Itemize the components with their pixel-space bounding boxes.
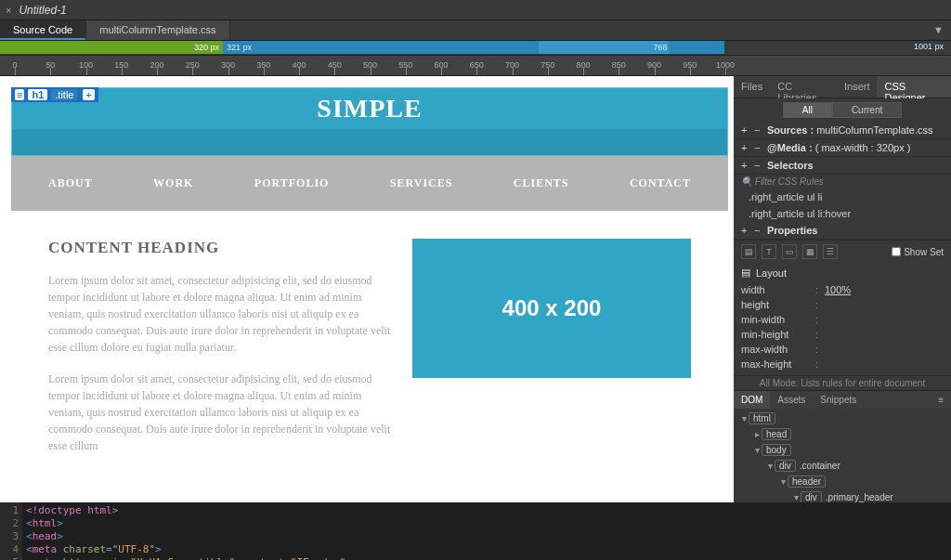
breakpoint-1001: 1001 px — [914, 42, 944, 51]
selector-item[interactable]: .right_article ul li — [734, 189, 951, 205]
breakpoint-320[interactable]: 320 px — [0, 41, 223, 54]
subtab-css-file[interactable]: multiColumnTemplate.css — [86, 20, 229, 40]
border-icon[interactable]: ▭ — [782, 244, 797, 259]
add-selector-icon[interactable]: + — [83, 89, 94, 100]
site-title: SIMPLE — [12, 88, 727, 129]
dom-tag: div — [775, 460, 796, 472]
side-tab[interactable]: Files — [734, 76, 770, 98]
layout-section-header: ▤ Layout — [741, 267, 944, 279]
dom-node[interactable]: ▾body — [734, 442, 951, 458]
tree-toggle-icon[interactable]: ▾ — [778, 476, 788, 487]
tree-toggle-icon[interactable]: ▾ — [739, 413, 749, 423]
dom-node[interactable]: ▾div.container — [734, 458, 951, 474]
dom-menu-icon[interactable]: ≡ — [931, 391, 951, 409]
prop-key: height — [741, 299, 815, 310]
dom-tag: head — [762, 428, 791, 440]
media-label: @Media : ( max-width : 320px ) — [767, 142, 944, 153]
nav-link[interactable]: PORTFOLIO — [254, 176, 330, 190]
nav-link[interactable]: CONTACT — [630, 176, 691, 190]
dom-node[interactable]: ▾div.primary_header — [734, 489, 951, 502]
dom-tag: body — [762, 444, 791, 456]
remove-media-icon[interactable]: − — [754, 142, 767, 153]
add-selector-icon[interactable]: + — [741, 160, 754, 171]
search-icon: 🔍 — [741, 176, 752, 187]
side-tab[interactable]: CC Libraries — [770, 76, 837, 98]
show-set-toggle[interactable]: Show Set — [892, 247, 944, 257]
sel-tag: h1 — [28, 89, 47, 100]
content-heading: CONTENT HEADING — [48, 239, 394, 257]
dom-node[interactable]: ▾html — [734, 410, 951, 426]
breakpoint-321[interactable]: 321 px — [223, 41, 539, 54]
sources-label: Sources : multiColumnTemplate.css — [767, 124, 944, 136]
dom-tag: html — [749, 412, 775, 424]
remove-property-icon[interactable]: − — [754, 225, 767, 236]
dom-tab[interactable]: Assets — [770, 391, 813, 409]
prop-key: min-width — [741, 314, 815, 325]
remove-selector-icon[interactable]: − — [754, 160, 767, 171]
subtab-source-code[interactable]: Source Code — [0, 20, 86, 40]
selection-breadcrumb[interactable]: ≡ h1 .title + — [11, 87, 98, 102]
dom-tag: div — [801, 491, 822, 502]
nav-link[interactable]: CLIENTS — [514, 176, 569, 190]
site-nav: ABOUTWORKPORTFOLIOSERVICESCLIENTSCONTACT — [11, 156, 728, 211]
tree-toggle-icon[interactable]: ▾ — [765, 461, 775, 471]
dom-tree[interactable]: ▾html▸head▾body▾div.container▾header▾div… — [734, 409, 951, 502]
dom-class: .primary_header — [826, 492, 893, 502]
prop-key: max-width — [741, 344, 815, 355]
text-icon[interactable]: T — [762, 244, 776, 259]
document-tab[interactable]: Untitled-1 — [19, 4, 66, 17]
selector-item[interactable]: .right_article ul li:hover — [734, 205, 951, 222]
prop-key: max-height — [741, 358, 815, 370]
hamburger-icon[interactable]: ≡ — [15, 89, 24, 100]
placeholder-image: 400 x 200 — [412, 239, 691, 378]
dom-tab[interactable]: Snippets — [813, 391, 864, 409]
nav-link[interactable]: ABOUT — [48, 176, 93, 190]
dom-class: .container — [800, 461, 840, 471]
switch-all[interactable]: All — [783, 102, 832, 118]
ruler: 0501001502002503003504004505005506006507… — [0, 56, 951, 76]
content-p2: Lorem ipsum dolor sit amet, consectetur … — [48, 371, 394, 454]
switch-current[interactable]: Current — [832, 102, 902, 118]
dom-tag: header — [788, 475, 826, 488]
add-source-icon[interactable]: + — [741, 124, 754, 136]
sel-class: .title — [51, 89, 77, 100]
prop-key: min-height — [741, 329, 815, 340]
nav-link[interactable]: SERVICES — [390, 176, 453, 190]
dom-node[interactable]: ▸head — [734, 426, 951, 442]
media-query-bar[interactable]: 320 px 321 px 768 px 769 px 1001 px — [0, 41, 951, 56]
site-header: SIMPLE — [11, 87, 728, 156]
more-icon[interactable]: ☰ — [823, 244, 838, 259]
side-tab[interactable]: CSS Designer — [877, 76, 951, 98]
filter-placeholder[interactable]: Filter CSS Rules — [755, 176, 824, 187]
content-p1: Lorem ipsum dolor sit amet, consectetur … — [48, 272, 394, 356]
code-editor[interactable]: <!doctype html><html><head><meta charset… — [22, 502, 951, 560]
tree-toggle-icon[interactable]: ▾ — [752, 445, 762, 455]
tree-toggle-icon[interactable]: ▾ — [791, 492, 801, 502]
selectors-label: Selectors — [767, 160, 944, 171]
add-media-icon[interactable]: + — [741, 142, 754, 153]
layout-icon[interactable]: ▤ — [741, 244, 756, 259]
layout-section-icon: ▤ — [741, 267, 750, 279]
prop-key: width — [741, 284, 815, 295]
filter-icon[interactable]: ▼ — [926, 20, 951, 40]
tree-toggle-icon[interactable]: ▸ — [752, 429, 762, 439]
remove-source-icon[interactable]: − — [754, 124, 767, 136]
properties-label: Properties — [767, 225, 944, 236]
dom-node[interactable]: ▾header — [734, 474, 951, 489]
prop-val[interactable]: 100% — [825, 284, 851, 295]
preview-viewport[interactable]: ≡ h1 .title + SIMPLE ABOUTWORKPORTFOLIOS… — [0, 76, 734, 502]
background-icon[interactable]: ▦ — [802, 244, 817, 259]
mode-note: All Mode: Lists rules for entire documen… — [734, 375, 951, 390]
close-tab-icon[interactable]: × — [6, 5, 11, 16]
dom-tab[interactable]: DOM — [734, 391, 770, 409]
side-tab[interactable]: Insert — [837, 76, 878, 98]
add-property-icon[interactable]: + — [741, 225, 754, 236]
nav-link[interactable]: WORK — [153, 176, 193, 190]
